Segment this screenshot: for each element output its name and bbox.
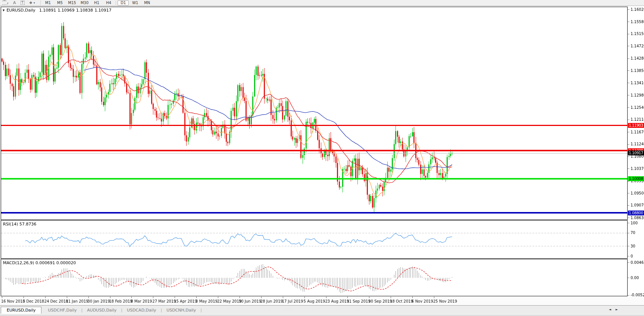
timeframe-button-m30[interactable]: M30 [79, 0, 90, 6]
ohlc-open: 1.10891 [39, 8, 56, 13]
label-icon: T [21, 1, 25, 5]
tab-scroll-left-icon[interactable]: ◄ [609, 308, 616, 311]
ohlc-low: 1.10838 [76, 8, 93, 13]
timeframe-button-w1[interactable]: W1 [129, 0, 141, 6]
fibonacci-icon-label: F [7, 2, 9, 5]
price-level-badge-1.11903: 1.11903 [628, 123, 644, 128]
toolbar: F A T ❖ ▾ M1M5M15M30H1H4D1W1MN [0, 0, 644, 6]
timeframe-button-h4[interactable]: H4 [103, 0, 114, 6]
ohlc-close: 1.10917 [94, 8, 112, 13]
chart-tab-usdcnh[interactable]: USDCNH,Daily [162, 307, 200, 313]
timeframe-separator [116, 1, 116, 5]
arrows-icon: ❖ [29, 1, 32, 5]
chart-title: ▼EURUSD,Daily1.108911.109691.108381.1091… [3, 8, 113, 13]
price-level-badge-1.08800: 1.08800 [628, 211, 644, 215]
timeframe-button-m1[interactable]: M1 [43, 0, 54, 6]
chart-tab-audusd[interactable]: AUDUSD,Daily [83, 307, 121, 313]
text-tool-button[interactable]: A [11, 0, 18, 5]
chevron-down-icon: ▾ [34, 1, 35, 4]
timeframe-button-h1[interactable]: H1 [91, 0, 102, 6]
window-bottom-edge [0, 314, 644, 316]
timeframe-button-m15[interactable]: M15 [66, 0, 78, 6]
collapse-icon: ▼ [3, 9, 4, 12]
timeframe-button-mn[interactable]: MN [141, 0, 153, 6]
timeframe-buttons: M1M5M15M30H1H4D1W1MN [42, 0, 153, 6]
timeframe-button-m5[interactable]: M5 [54, 0, 66, 6]
chart-tab-eurusd[interactable]: EURUSD,Daily [1, 307, 41, 314]
fibonacci-icon [2, 1, 7, 5]
chart-canvas[interactable] [0, 0, 644, 316]
toolbar-separator [40, 1, 41, 5]
current-price-badge: 1.10917 [628, 151, 644, 155]
chart-tabs: EURUSD,DailyUSDCHF,Daily|AUDUSD,Daily|US… [1, 306, 202, 314]
fibonacci-tool-button[interactable]: F [0, 0, 11, 5]
tab-scroll-right-icon[interactable]: ► [616, 308, 622, 311]
label-tool-button[interactable]: T [18, 0, 27, 5]
macd-indicator-label: MACD(12,26,9) 0.000691 0.000020 [3, 260, 76, 265]
text-icon: A [13, 0, 16, 5]
chart-title-symbol: EURUSD,Daily [6, 8, 35, 13]
chart-tab-usdchf[interactable]: USDCHF,Daily [44, 307, 81, 313]
tab-scroll-arrows: ◄► [609, 308, 622, 311]
tab-divider: | [200, 308, 202, 313]
chart-tab-usdcad[interactable]: USDCAD,Daily [123, 307, 160, 313]
rsi-indicator-label: RSI(14) 57.8736 [3, 222, 36, 227]
price-level-badge-1.10008: 1.10008 [628, 176, 644, 181]
arrows-tool-button[interactable]: ❖ ▾ [27, 0, 37, 5]
ohlc-high: 1.10969 [57, 8, 75, 13]
timeframe-button-d1[interactable]: D1 [118, 0, 129, 6]
